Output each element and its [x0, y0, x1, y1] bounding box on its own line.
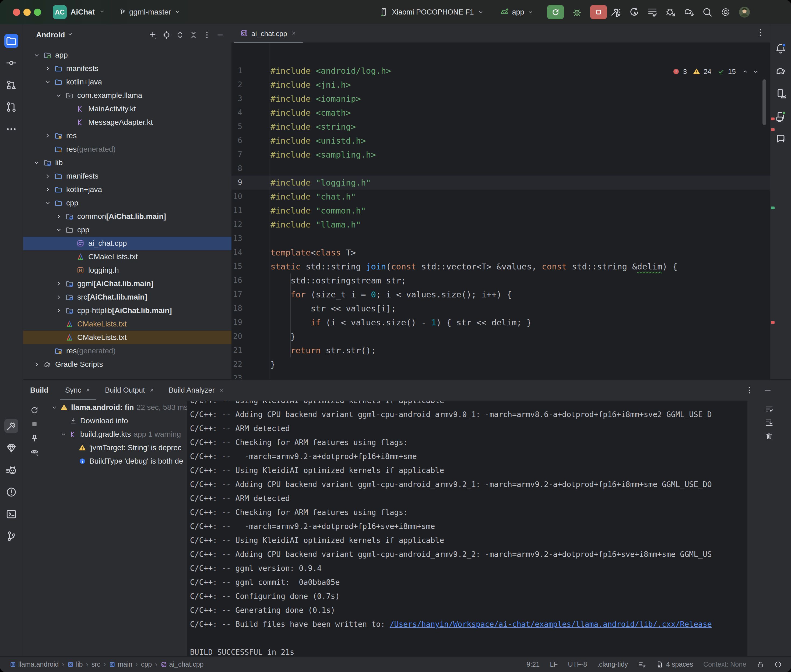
- project-header-more-vertical-button[interactable]: [202, 30, 212, 40]
- zoom-window-button[interactable]: [34, 9, 41, 16]
- tree-item-cpp[interactable]: cpp: [23, 223, 231, 237]
- tree-item-res[interactable]: res (generated): [23, 344, 231, 358]
- inspections-widget[interactable]: 32415: [672, 66, 759, 77]
- sync-retry-button[interactable]: [629, 6, 640, 18]
- tool-stripe-git-branch[interactable]: [4, 529, 18, 543]
- tool-stripe-notifications[interactable]: [774, 42, 788, 55]
- breadcrumb-src[interactable]: src: [91, 661, 100, 668]
- tool-stripe-more-horizontal[interactable]: [4, 122, 18, 136]
- tree-item-ggml[interactable]: ggml [AiChat.lib.main]: [23, 277, 231, 290]
- project-header-locate-button[interactable]: [162, 30, 171, 40]
- line-number[interactable]: 7: [231, 148, 242, 162]
- breadcrumb-main[interactable]: main: [109, 661, 132, 668]
- line-number[interactable]: 23: [231, 371, 242, 379]
- warning-count[interactable]: [693, 68, 700, 75]
- line-number[interactable]: 20: [231, 330, 242, 343]
- sync-toolbar-filter-eye-button[interactable]: [30, 448, 39, 457]
- build-panel-hide-button[interactable]: [763, 386, 772, 395]
- line-number[interactable]: 12: [231, 218, 242, 232]
- tree-item-messageadapter-kt[interactable]: MessageAdapter.kt: [23, 116, 231, 129]
- stop-button[interactable]: [590, 5, 607, 19]
- run-button[interactable]: [547, 5, 564, 19]
- line-number[interactable]: 16: [231, 274, 242, 288]
- line-number[interactable]: 19: [231, 315, 242, 330]
- sync-node[interactable]: 'jvmTarget: String' is deprec: [46, 441, 187, 454]
- line-number[interactable]: 14: [231, 245, 242, 259]
- line-number[interactable]: 22: [231, 357, 242, 371]
- next-problem-button[interactable]: [752, 68, 759, 75]
- breadcrumb-llama-android[interactable]: llama.android: [10, 661, 59, 668]
- user-avatar[interactable]: [738, 6, 751, 18]
- tree-item-ai-chat-cpp[interactable]: Cai_chat.cpp: [23, 237, 231, 250]
- error-count[interactable]: [672, 68, 680, 75]
- ok-count[interactable]: [717, 68, 725, 75]
- line-number[interactable]: 17: [231, 288, 242, 301]
- close-icon[interactable]: [290, 30, 297, 36]
- tool-stripe-build-hammer[interactable]: [4, 419, 18, 433]
- tree-item-common[interactable]: common [AiChat.lib.main]: [23, 210, 231, 223]
- sync-node[interactable]: build.gradle.ktsapp 1 warning: [46, 427, 187, 441]
- tree-item-manifests[interactable]: manifests: [23, 170, 231, 183]
- status-item-inspection-status[interactable]: [774, 661, 782, 668]
- build-tab-build-output[interactable]: Build Output: [98, 380, 162, 401]
- line-number[interactable]: 3: [231, 92, 242, 106]
- todo-list-button[interactable]: [647, 6, 658, 18]
- line-number[interactable]: 8: [231, 162, 242, 176]
- status-item-utf-8[interactable]: UTF-8: [568, 661, 587, 668]
- line-number[interactable]: 9: [231, 176, 242, 190]
- line-number[interactable]: 1: [231, 64, 242, 78]
- tree-item-cpp[interactable]: cpp: [23, 196, 231, 210]
- tool-stripe-gemini[interactable]: [774, 132, 788, 146]
- status-item-formatter[interactable]: [638, 661, 646, 668]
- error-stripe-mark[interactable]: [771, 206, 775, 209]
- sync-toolbar-refresh-button[interactable]: [30, 405, 39, 414]
- tool-stripe-gradle[interactable]: [774, 64, 788, 78]
- more-vertical-icon[interactable]: [756, 28, 765, 37]
- tree-item-kotlin-java[interactable]: kotlin+java: [23, 75, 231, 89]
- error-stripe-mark[interactable]: [771, 321, 775, 324]
- tree-item-cmakelists-txt[interactable]: CMakeLists.txt: [23, 250, 231, 264]
- line-number[interactable]: 6: [231, 134, 242, 148]
- console-clear-button[interactable]: [765, 431, 774, 440]
- close-icon[interactable]: [149, 387, 155, 393]
- tool-stripe-app-quality-insights[interactable]: [4, 441, 18, 455]
- line-number[interactable]: 2: [231, 78, 242, 92]
- status-item-lf[interactable]: LF: [550, 661, 558, 668]
- search-button[interactable]: [702, 6, 713, 18]
- tab-ai-chat-cpp[interactable]: C ai_chat.cpp: [234, 24, 303, 43]
- tree-item-cpp-httplib[interactable]: cpp-httplib [AiChat.lib.main]: [23, 304, 231, 317]
- tree-item-kotlin-java[interactable]: kotlin+java: [23, 183, 231, 196]
- build-tab-sync[interactable]: Sync: [58, 380, 98, 401]
- tree-item-com-example-llama[interactable]: com.example.llama: [23, 89, 231, 102]
- line-number[interactable]: 5: [231, 120, 242, 134]
- tree-item-res[interactable]: res: [23, 129, 231, 142]
- line-number[interactable]: 10: [231, 190, 242, 203]
- status-item-lock-open[interactable]: [757, 661, 764, 668]
- tree-item-manifests[interactable]: manifests: [23, 62, 231, 75]
- build-panel-more-vertical-button[interactable]: [745, 386, 754, 395]
- tool-stripe-running-devices[interactable]: [774, 109, 788, 123]
- project-view-selector[interactable]: Android: [36, 30, 74, 39]
- chevron-down-small-icon[interactable]: [174, 8, 181, 15]
- vcs-branch-selector[interactable]: ggml-master: [119, 0, 181, 24]
- sync-node[interactable]: llama.android: fin22 sec, 583 ms: [46, 401, 187, 414]
- error-stripe-mark[interactable]: [771, 117, 775, 120]
- breadcrumb-ai-chat-cpp[interactable]: Cai_chat.cpp: [160, 661, 204, 668]
- code-area[interactable]: 1#include <android/log.h>2#include <jni.…: [231, 43, 770, 379]
- tree-item-lib[interactable]: lib: [23, 156, 231, 170]
- build-console[interactable]: C/C++: -- Using KleidiAI optimized kerne…: [187, 401, 748, 656]
- status-item-9-21[interactable]: 9:21: [526, 661, 540, 668]
- tool-stripe-commit[interactable]: [4, 56, 18, 70]
- breadcrumb-lib[interactable]: lib: [67, 661, 83, 668]
- gradle-sync-button[interactable]: [684, 6, 695, 18]
- line-number[interactable]: 15: [231, 259, 242, 274]
- tree-item-gradle-scripts[interactable]: Gradle Scripts: [23, 358, 231, 371]
- line-number[interactable]: 4: [231, 106, 242, 120]
- tree-item-mainactivity-kt[interactable]: MainActivity.kt: [23, 102, 231, 116]
- tree-item-cmakelists-txt[interactable]: CMakeLists.txt: [23, 331, 231, 344]
- sync-toolbar-suspend-button[interactable]: [30, 419, 39, 429]
- project-header-collapse-all-button[interactable]: [189, 30, 198, 40]
- debug-button[interactable]: [572, 7, 582, 18]
- project-header-expand-all-button[interactable]: [175, 30, 185, 40]
- chevron-down-small-icon[interactable]: [98, 8, 106, 15]
